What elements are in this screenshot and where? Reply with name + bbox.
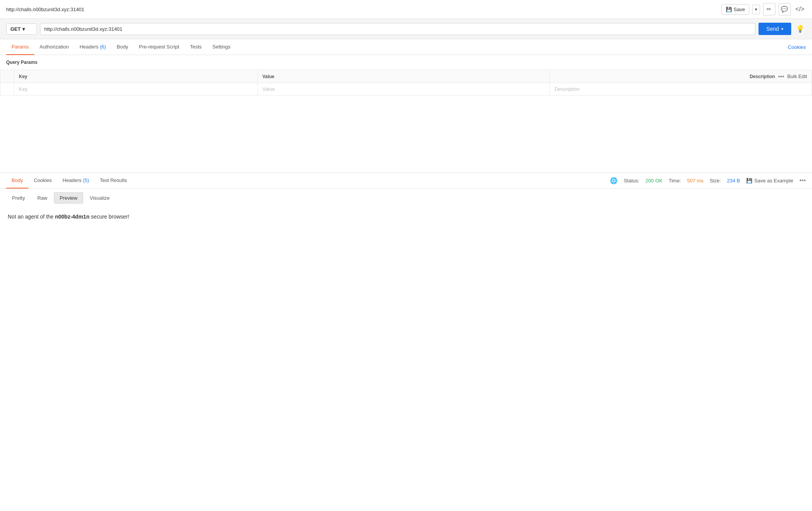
row-description[interactable]: Description [550, 83, 812, 95]
method-select[interactable]: GET ▾ [6, 23, 37, 35]
pencil-icon: ✏ [767, 6, 772, 13]
send-chevron-icon: ▾ [781, 27, 784, 32]
bulb-icon: 💡 [796, 25, 804, 33]
response-tab-test-results[interactable]: Test Results [94, 173, 132, 189]
tab-settings[interactable]: Settings [207, 39, 236, 55]
response-tabs: Body Cookies Headers (5) Test Results 🌐 … [0, 173, 812, 189]
th-value: Value [257, 70, 550, 83]
tab-headers[interactable]: Headers (6) [74, 39, 112, 55]
format-tab-visualize[interactable]: Visualize [84, 192, 115, 204]
url-input[interactable] [40, 23, 755, 35]
status-label: Status: [624, 178, 639, 184]
cookies-link[interactable]: Cookies [788, 40, 806, 55]
th-checkbox [0, 70, 14, 83]
format-tab-preview[interactable]: Preview [54, 192, 83, 204]
status-value: 200 OK [645, 178, 662, 184]
code-icon: </> [795, 6, 804, 12]
response-tab-body[interactable]: Body [6, 173, 28, 189]
request-tabs: Params Authorization Headers (6) Body Pr… [0, 39, 812, 55]
format-tab-raw[interactable]: Raw [32, 192, 53, 204]
time-value: 507 ms [687, 178, 703, 184]
response-tab-cookies[interactable]: Cookies [28, 173, 57, 189]
save-icon: 💾 [726, 7, 732, 12]
table-row: Key Value Description [0, 83, 812, 95]
bulk-edit-button[interactable]: Bulk Edit [787, 73, 807, 79]
save-icon: 💾 [746, 178, 752, 184]
pencil-icon-button[interactable]: ✏ [763, 3, 775, 15]
tab-params[interactable]: Params [6, 39, 34, 55]
params-table: Key Value Description ••• Bulk Edit Key [0, 70, 812, 95]
save-dropdown-button[interactable]: ▾ [752, 5, 760, 14]
save-button[interactable]: 💾 Save [722, 4, 749, 15]
th-description: Description ••• Bulk Edit [550, 70, 812, 83]
save-as-example-button[interactable]: 💾 Save as Example [746, 178, 793, 184]
globe-icon: 🌐 [610, 177, 618, 184]
time-label: Time: [668, 178, 681, 184]
top-bar: http://challs.n00bzunit3d.xyz:31401 💾 Sa… [0, 0, 812, 19]
response-body: Not an agent of the n00bz-4dm1n secure b… [0, 207, 812, 226]
send-button[interactable]: Send ▾ [759, 23, 791, 35]
size-value: 234 B [727, 178, 740, 184]
empty-space [0, 95, 812, 172]
more-options-icon[interactable]: ••• [778, 73, 784, 80]
tab-url: http://challs.n00bzunit3d.xyz:31401 [6, 7, 84, 12]
method-chevron-icon: ▾ [22, 26, 25, 32]
tab-tests[interactable]: Tests [185, 39, 207, 55]
row-checkbox [0, 83, 14, 95]
top-bar-actions: 💾 Save ▾ ✏ 💬 </> [722, 3, 806, 15]
more-options-button[interactable]: ••• [799, 177, 806, 184]
tab-body[interactable]: Body [111, 39, 134, 55]
size-label: Size: [710, 178, 721, 184]
format-tabs: Pretty Raw Preview Visualize [0, 189, 812, 207]
response-meta: 🌐 Status: 200 OK Time: 507 ms Size: 234 … [610, 177, 806, 184]
code-button[interactable]: </> [794, 4, 806, 14]
tab-authorization[interactable]: Authorization [34, 39, 74, 55]
more-icon: ••• [799, 177, 806, 184]
method-label: GET [10, 26, 21, 32]
row-value[interactable]: Value [257, 83, 550, 95]
format-tab-pretty[interactable]: Pretty [6, 192, 31, 204]
th-key: Key [14, 70, 258, 83]
tab-prerequest[interactable]: Pre-request Script [134, 39, 185, 55]
bulb-button[interactable]: 💡 [794, 23, 806, 35]
row-key[interactable]: Key [14, 83, 258, 95]
query-params-title: Query Params [0, 55, 812, 70]
response-tab-headers[interactable]: Headers (5) [57, 173, 95, 189]
url-bar: GET ▾ Send ▾ 💡 [0, 19, 812, 39]
comment-icon-button[interactable]: 💬 [779, 3, 791, 15]
comment-icon: 💬 [781, 6, 788, 13]
